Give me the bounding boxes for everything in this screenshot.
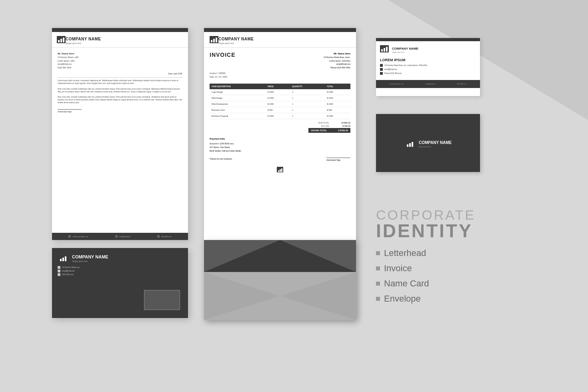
nc-front-company-name: COMPANY NAME [392,47,418,50]
table-row: Web Development $ 1000 1 $ 1000 [210,101,350,107]
bar2 [384,48,385,52]
account-info: Account #: 1234 5678 xxxx [210,142,350,146]
inv-number: 205092 [219,72,226,74]
inv-number-row: Invoice # 205092 [210,72,350,75]
nc-front-footer: 14 Dummy Street, xxx email@gmail.xxx 001… [376,80,480,88]
item-qty: 1 [290,95,325,101]
inv-logo: COMPANY NAME Slogan goes here [210,35,254,44]
table-row: Business Proposal $ 1000 1 $ 1000 [210,113,350,119]
ci-list-item: Name Card [376,278,556,289]
ci-item-text: Envelope [384,294,421,304]
inv-col-total: TOTAL [325,84,350,89]
item-desc: Web Development [210,101,266,107]
nc-front-top-bar [376,38,480,41]
ci-bullet [376,282,380,286]
nc-phone-text: Phone 0123 456 xxxx [384,72,402,74]
inv-title: INVOICE [210,52,236,69]
ci-title-line1: CORPORATE [376,208,556,222]
lh-footer-address: 14 Dummy Street, xxx [72,236,88,238]
lh-footer-phone: 0123 456 xxxx [161,236,172,238]
inv-sign: Authorised Sign [326,158,350,161]
inv-table: ITEM DESCRIPTION PRICE QUANTITY TOTAL Lo… [210,84,350,119]
env-window [144,290,180,310]
nc-front-slogan: Slogan goes here [392,51,418,53]
table-row: Web Design $ 1000 1 $ 1000 [210,95,350,101]
bar1 [381,49,383,52]
lh-footer-email-icon [115,235,118,238]
env-email-icon [58,270,60,272]
env-address-row: 14 Dummy Street, xxx [58,266,182,269]
lh-body: Mr. Name Here 14 Dummy Street, xx00 Lore… [52,48,188,117]
inv-header: COMPANY NAME Slogan goes here [204,32,356,48]
bar3 [63,38,64,42]
lh-footer-phone-item: 0123 456 xxxx [157,235,172,238]
env-dark-company-info: COMPANY NAME Slogan goes here [72,253,108,262]
env-address-icon [58,266,60,269]
item-desc: Business Proposal [210,113,266,119]
nc-email-text: email@mail-xxx [384,68,397,70]
bar2 [60,39,62,42]
env-email-row: email@mail-xxx [58,269,182,273]
ci-list-item: Envelope [376,294,556,304]
env-address-text: 14 Dummy Street, xxx [62,266,80,269]
lh-footer-email-item: email@mail-xxx [115,235,130,238]
inv-logo-icon [210,36,218,43]
inv-header-row: ITEM DESCRIPTION PRICE QUANTITY TOTAL [210,84,350,89]
inv-top-bar [204,28,356,32]
ncb-slogan: Slogan goes here [419,146,452,148]
sb2 [280,169,281,172]
ncb-company-name: COMPANY NAME [419,140,452,145]
ci-title-line2: IDENTITY [376,222,556,240]
inv-recipient-address: 14 Dummy Street Area, xxxxx, [324,56,350,59]
env-dark-slogan: Slogan goes here [72,260,108,262]
env-right-flap [280,272,356,320]
nc-person-name: LOREM IPSUM [380,58,476,62]
ci-list-item: Letterhead [376,248,556,258]
payment-title: Payment Info: [210,137,350,141]
nc-footer-address: 14 Dummy Street, xxx [390,83,404,85]
lh-header: COMPANY NAME Slogan goes here [52,32,188,48]
lh-para1: Lorem ipsum dolor sit amet, consectetur … [58,79,182,85]
lh-sender-phone: 0123 456 78XX [58,66,182,70]
item-desc: Business Card [210,107,266,113]
inv-sign-row: Thanks for your business. Authorised Sig… [204,155,356,164]
bar1 [58,40,60,42]
nc-footer-email: email@gmail.xxx [425,83,436,85]
inv-col-desc: ITEM DESCRIPTION [210,84,266,89]
lh-sender-email: email@mail.xxx [58,62,182,66]
inv-recipient-lorem: Lorem ipsum, 120x15xx [324,59,350,63]
item-total: $ 1000 [325,101,350,107]
corporate-identity-section: CORPORATE IDENTITY Letterhead Invoice Na… [376,208,556,309]
env-phone-text: 0123 456 xxxx [62,273,74,276]
inv-authorised: Authorised Sign [326,159,340,161]
item-total: $ 1000 [325,113,350,119]
lh-sender-lorem: Lorem Ipsum, 120x [58,59,182,63]
bar1 [60,259,62,261]
ci-bullet [376,266,380,270]
ncb-logo-icon [404,138,416,148]
bank-details: Bank Details: Add your bank details [210,149,350,153]
envelope-dark: COMPANY NAME Slogan goes here 14 Dummy S… [52,248,188,318]
env-dark-header: COMPANY NAME Slogan goes here [52,248,188,266]
inv-number-label: Invoice # [210,72,218,74]
lh-sender-address: 14 Dummy Street, xx00 [58,56,182,59]
lh-footer-address-icon [68,235,71,238]
lh-sender: Mr. Name Here 14 Dummy Street, xx00 Lore… [58,52,182,69]
lh-sign-line [58,109,82,110]
item-qty: 1 [290,113,325,119]
item-qty: 1 [290,107,325,113]
inv-table-body: Logo Design $ 1500 1 $ 1500 Web Design $… [210,89,350,119]
env-flap-triangle [204,240,356,272]
env-dark-company-name: COMPANY NAME [72,254,108,259]
ci-bullet [376,297,380,301]
subtotal-label: SUB TOTAL [318,122,329,124]
tax-amount: $ 300.00 [332,125,350,127]
bar3 [386,47,388,52]
inv-company-info: COMPANY NAME Slogan goes here [218,35,254,44]
item-total: $ 1500 [325,89,350,95]
lh-footer-email: email@mail-xxx [119,236,130,238]
bar2 [409,143,411,147]
nc-address-icon [380,64,383,67]
nc-email-icon [380,68,383,71]
inv-recipient-phone: Phone 0123 456 785X [324,66,350,70]
